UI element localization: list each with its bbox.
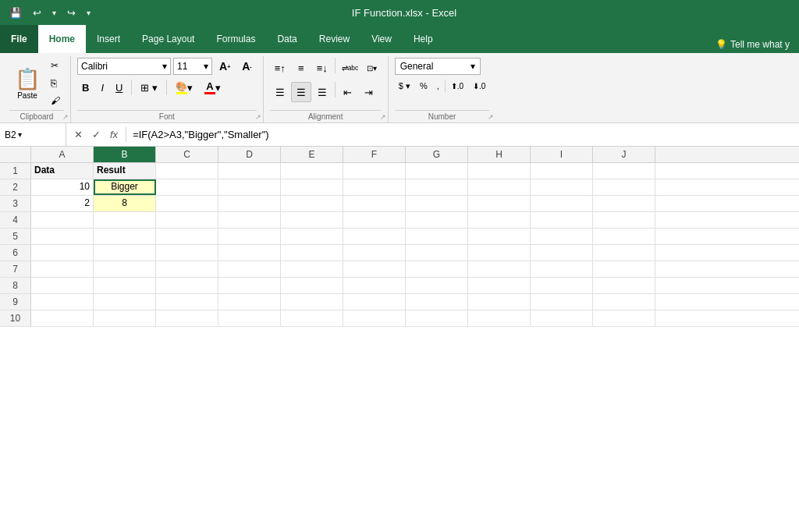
cell-i7[interactable] bbox=[531, 261, 593, 277]
cell-h8[interactable] bbox=[468, 278, 531, 293]
customize-qat[interactable]: ▾ bbox=[83, 7, 94, 19]
cell-h10[interactable] bbox=[468, 310, 531, 326]
cell-a1[interactable]: Data bbox=[31, 163, 94, 179]
decrease-font-button[interactable]: A- bbox=[237, 58, 256, 75]
cell-d10[interactable] bbox=[218, 310, 281, 326]
font-name-select[interactable]: Calibri ▾ bbox=[77, 58, 171, 75]
tab-file[interactable]: File bbox=[0, 25, 38, 53]
cell-a5[interactable] bbox=[31, 229, 94, 244]
fill-color-button[interactable]: 🎨 ▾ bbox=[171, 79, 197, 96]
paste-button[interactable]: 📋 Paste bbox=[9, 63, 45, 104]
cell-d7[interactable] bbox=[218, 261, 281, 277]
cell-c7[interactable] bbox=[156, 261, 218, 277]
cell-d4[interactable] bbox=[218, 212, 281, 228]
tab-data[interactable]: Data bbox=[266, 25, 307, 53]
align-center-button[interactable]: ☰ bbox=[291, 82, 311, 102]
clipboard-expand[interactable]: ↗ bbox=[62, 113, 69, 121]
font-expand[interactable]: ↗ bbox=[255, 113, 261, 121]
cell-d3[interactable] bbox=[218, 196, 281, 211]
cell-f3[interactable] bbox=[343, 196, 406, 211]
row-header-7[interactable]: 7 bbox=[0, 261, 31, 277]
cell-a3[interactable]: 2 bbox=[31, 196, 94, 211]
cell-c1[interactable] bbox=[156, 163, 218, 179]
cell-h9[interactable] bbox=[468, 294, 531, 310]
cell-e3[interactable] bbox=[281, 196, 343, 211]
save-qat-button[interactable]: 💾 bbox=[6, 5, 25, 20]
cell-c5[interactable] bbox=[156, 229, 218, 244]
cell-h3[interactable] bbox=[468, 196, 531, 211]
align-bottom-button[interactable]: ≡↓ bbox=[312, 58, 332, 78]
cell-d2[interactable] bbox=[218, 179, 281, 195]
undo-button[interactable]: ↩ bbox=[30, 5, 44, 20]
cell-j6[interactable] bbox=[593, 245, 655, 261]
align-right-button[interactable]: ☰ bbox=[312, 82, 332, 102]
row-header-9[interactable]: 9 bbox=[0, 294, 31, 310]
cell-g2[interactable] bbox=[406, 179, 468, 195]
tab-home[interactable]: Home bbox=[38, 25, 86, 53]
cell-e5[interactable] bbox=[281, 229, 343, 244]
cell-f10[interactable] bbox=[343, 310, 406, 326]
cell-f4[interactable] bbox=[343, 212, 406, 228]
cell-h1[interactable] bbox=[468, 163, 531, 179]
tab-view[interactable]: View bbox=[360, 25, 403, 53]
cell-c8[interactable] bbox=[156, 278, 218, 293]
tab-review[interactable]: Review bbox=[308, 25, 360, 53]
cell-b6[interactable] bbox=[94, 245, 156, 261]
cell-g7[interactable] bbox=[406, 261, 468, 277]
row-header-3[interactable]: 3 bbox=[0, 196, 31, 211]
cell-e4[interactable] bbox=[281, 212, 343, 228]
cell-h7[interactable] bbox=[468, 261, 531, 277]
row-header-1[interactable]: 1 bbox=[0, 163, 31, 179]
cell-a9[interactable] bbox=[31, 294, 94, 310]
tab-page-layout[interactable]: Page Layout bbox=[131, 25, 205, 53]
cell-f7[interactable] bbox=[343, 261, 406, 277]
redo-button[interactable]: ↪ bbox=[64, 5, 79, 20]
tab-help[interactable]: Help bbox=[403, 25, 444, 53]
col-header-g[interactable]: G bbox=[406, 147, 468, 162]
cell-g5[interactable] bbox=[406, 229, 468, 244]
increase-indent-button[interactable]: ⇥ bbox=[359, 82, 379, 102]
cell-f5[interactable] bbox=[343, 229, 406, 244]
align-top-button[interactable]: ≡↑ bbox=[270, 58, 290, 78]
undo-dropdown[interactable]: ▾ bbox=[49, 7, 59, 19]
cancel-formula-button[interactable]: ✕ bbox=[71, 127, 86, 142]
cell-f6[interactable] bbox=[343, 245, 406, 261]
cell-e7[interactable] bbox=[281, 261, 343, 277]
cell-b3[interactable]: 8 bbox=[94, 196, 156, 211]
cell-g8[interactable] bbox=[406, 278, 468, 293]
cell-b7[interactable] bbox=[94, 261, 156, 277]
cell-c2[interactable] bbox=[156, 179, 218, 195]
col-header-h[interactable]: H bbox=[468, 147, 531, 162]
cell-e1[interactable] bbox=[281, 163, 343, 179]
cell-j8[interactable] bbox=[593, 278, 655, 293]
cell-a8[interactable] bbox=[31, 278, 94, 293]
row-header-6[interactable]: 6 bbox=[0, 245, 31, 261]
cell-i3[interactable] bbox=[531, 196, 593, 211]
bold-button[interactable]: B bbox=[77, 79, 94, 96]
cell-f8[interactable] bbox=[343, 278, 406, 293]
cell-c10[interactable] bbox=[156, 310, 218, 326]
underline-button[interactable]: U bbox=[111, 79, 127, 96]
cell-g10[interactable] bbox=[406, 310, 468, 326]
cell-e2[interactable] bbox=[281, 179, 343, 195]
borders-button[interactable]: ⊞ ▾ bbox=[136, 79, 162, 96]
col-header-f[interactable]: F bbox=[343, 147, 406, 162]
cell-d8[interactable] bbox=[218, 278, 281, 293]
confirm-formula-button[interactable]: ✓ bbox=[89, 127, 104, 142]
tab-formulas[interactable]: Formulas bbox=[205, 25, 266, 53]
font-color-button[interactable]: A ▾ bbox=[200, 79, 225, 96]
tab-insert[interactable]: Insert bbox=[86, 25, 131, 53]
cell-b9[interactable] bbox=[94, 294, 156, 310]
row-header-2[interactable]: 2 bbox=[0, 179, 31, 195]
cell-c3[interactable] bbox=[156, 196, 218, 211]
percent-button[interactable]: % bbox=[416, 77, 431, 94]
decrease-indent-button[interactable]: ⇤ bbox=[338, 82, 358, 102]
cut-button[interactable]: ✂ bbox=[47, 58, 64, 73]
row-header-10[interactable]: 10 bbox=[0, 310, 31, 326]
cell-f2[interactable] bbox=[343, 179, 406, 195]
italic-button[interactable]: I bbox=[96, 79, 108, 96]
cell-a7[interactable] bbox=[31, 261, 94, 277]
merge-center-button[interactable]: ⊡▾ bbox=[363, 58, 381, 78]
cell-b2[interactable]: Bigger bbox=[94, 179, 156, 195]
cell-g3[interactable] bbox=[406, 196, 468, 211]
